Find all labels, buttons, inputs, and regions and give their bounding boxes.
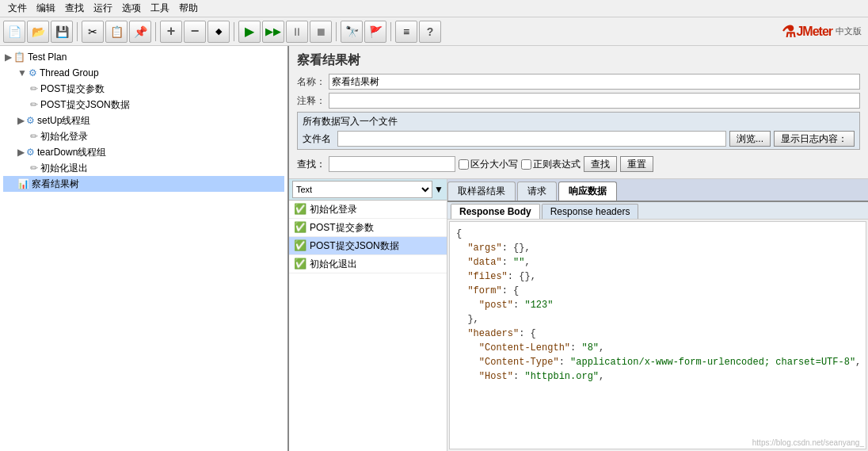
expand-icon-teardown: ▶ — [17, 145, 25, 159]
results-list: Text HTML JSON XML ▼ ✅ 初始化登录 ✅ POST提交参数 — [289, 179, 447, 451]
results-list-header: Text HTML JSON XML ▼ — [289, 179, 447, 201]
run-all-button[interactable]: ▶▶ — [262, 21, 284, 43]
tree-item-thread-group[interactable]: ▼ ⚙ Thread Group — [3, 65, 284, 81]
run-button[interactable]: ▶ — [238, 21, 261, 43]
toolbar: 📄 📂 💾 ✂ 📋 📌 + − ◆ ▶ ▶▶ ⏸ ⏹ 🔭 🚩 ≡ ? ⚗ JMe… — [0, 17, 868, 46]
logo: ⚗ JMeter 中文版 — [782, 22, 862, 41]
menu-help[interactable]: 帮助 — [174, 0, 203, 17]
add-button[interactable]: + — [160, 21, 182, 43]
log-button[interactable]: 显示日志内容： — [774, 131, 855, 147]
success-icon-init-exit: ✅ — [294, 257, 306, 271]
regex-checkbox[interactable] — [521, 159, 531, 170]
remove-button[interactable]: − — [184, 21, 206, 43]
response-body-content: { "args": {}, "data": "", "files": {}, "… — [449, 221, 866, 449]
result-item-post-params[interactable]: ✅ POST提交参数 — [289, 219, 447, 237]
success-icon-init-login: ✅ — [294, 202, 306, 216]
comment-input[interactable] — [329, 93, 860, 109]
clear-button[interactable]: ◆ — [207, 21, 230, 43]
menu-find[interactable]: 查找 — [60, 0, 89, 17]
menu-run[interactable]: 运行 — [89, 0, 117, 17]
tree-item-setup-group[interactable]: ▶ ⚙ setUp线程组 — [3, 113, 284, 128]
tree-item-init-login[interactable]: ✏ 初始化登录 — [3, 128, 284, 144]
main-tabs: 取样器结果 请求 响应数据 — [447, 179, 868, 202]
detail-panel: 取样器结果 请求 响应数据 Response Body Response hea… — [447, 179, 868, 451]
menu-file[interactable]: 文件 — [3, 0, 32, 17]
comment-row: 注释： — [297, 93, 860, 109]
file-input[interactable] — [337, 131, 726, 147]
view-type-select[interactable]: Text HTML JSON XML — [292, 181, 432, 198]
json-line-6: "post": "123" — [456, 298, 859, 312]
sub-tab-response-headers[interactable]: Response headers — [542, 204, 639, 219]
menu-options[interactable]: 选项 — [117, 0, 146, 17]
tree-label-post-json: POST提交JSON数据 — [40, 97, 130, 112]
paste-button[interactable]: 📌 — [129, 21, 151, 43]
browse-button[interactable]: 浏览... — [729, 131, 771, 147]
results-area: Text HTML JSON XML ▼ ✅ 初始化登录 ✅ POST提交参数 — [289, 179, 868, 451]
separator-3 — [234, 22, 234, 41]
sub-tabs: Response Body Response headers — [447, 202, 868, 220]
file-section: 所有数据写入一个文件 文件名 浏览... 显示日志内容： — [297, 112, 860, 150]
stop-all-button[interactable]: ⏹ — [310, 21, 332, 43]
tree-label-post-params: POST提交参数 — [40, 82, 105, 96]
panel-title: 察看结果树 — [297, 52, 860, 69]
name-input[interactable] — [329, 74, 860, 90]
search-binoculars-button[interactable]: 🔭 — [341, 21, 363, 43]
menu-edit[interactable]: 编辑 — [32, 0, 60, 17]
copy-button[interactable]: 📋 — [105, 21, 128, 43]
tree-item-post-params[interactable]: ✏ POST提交参数 — [3, 81, 284, 97]
file-section-title: 所有数据写入一个文件 — [303, 115, 855, 128]
tree-item-teardown-group[interactable]: ▶ ⚙ tearDown线程组 — [3, 144, 284, 160]
tree-icon-teardown: ⚙ — [26, 145, 35, 159]
tree-icon-init-exit: ✏ — [30, 161, 38, 175]
result-label-init-exit: 初始化退出 — [310, 257, 357, 271]
reset-button[interactable]: 重置 — [620, 156, 653, 172]
menu-bar: 文件 编辑 查找 运行 选项 工具 帮助 — [0, 0, 868, 17]
tree-icon-post-json: ✏ — [30, 97, 38, 112]
result-item-init-exit[interactable]: ✅ 初始化退出 — [289, 255, 447, 273]
tree-icon-post-params: ✏ — [30, 82, 38, 96]
tree-item-test-plan[interactable]: ▶ 📋 Test Plan — [3, 49, 284, 65]
dropdown-arrow-icon: ▼ — [434, 184, 444, 195]
help-button[interactable]: ? — [419, 21, 441, 43]
tree-icon-thread: ⚙ — [29, 66, 37, 80]
search-input[interactable] — [329, 156, 455, 172]
flag-button[interactable]: 🚩 — [364, 21, 386, 43]
success-icon-post-params: ✅ — [294, 220, 306, 235]
name-label: 名称： — [297, 75, 329, 89]
separator-4 — [336, 22, 337, 41]
json-line-9: "Content-Length": "8", — [456, 341, 859, 355]
tree-label-thread-group: Thread Group — [40, 66, 99, 80]
expand-icon-setup: ▶ — [17, 113, 25, 128]
json-line-5: "form": { — [456, 284, 859, 298]
save-button[interactable]: 💾 — [51, 21, 73, 43]
search-row: 查找： 区分大小写 正则表达式 查找 重置 — [297, 153, 860, 175]
json-line-1: { — [456, 227, 859, 241]
tree-panel: ▶ 📋 Test Plan ▼ ⚙ Thread Group ✏ POST提交参… — [0, 46, 289, 451]
json-line-7: }, — [456, 312, 859, 327]
menu-tools[interactable]: 工具 — [146, 0, 174, 17]
result-item-init-login[interactable]: ✅ 初始化登录 — [289, 201, 447, 219]
list-button[interactable]: ≡ — [395, 21, 417, 43]
result-item-post-json[interactable]: ✅ POST提交JSON数据 — [289, 237, 447, 255]
stop-button[interactable]: ⏸ — [286, 21, 308, 43]
case-sensitive-text: 区分大小写 — [470, 158, 518, 171]
tab-request[interactable]: 请求 — [517, 182, 557, 201]
open-button[interactable]: 📂 — [27, 21, 49, 43]
tree-item-init-exit[interactable]: ✏ 初始化退出 — [3, 160, 284, 176]
find-button[interactable]: 查找 — [584, 156, 617, 172]
new-button[interactable]: 📄 — [3, 21, 25, 43]
tree-icon-setup: ⚙ — [26, 113, 35, 128]
success-icon-post-json: ✅ — [294, 239, 306, 253]
sub-tab-response-body[interactable]: Response Body — [451, 204, 540, 219]
tree-icon-init-login: ✏ — [30, 129, 38, 143]
tab-response-data[interactable]: 响应数据 — [558, 182, 617, 201]
json-line-8: "headers": { — [456, 327, 859, 341]
expand-icon: ▶ — [5, 50, 12, 64]
tab-sampler-result[interactable]: 取样器结果 — [447, 182, 516, 201]
tree-item-result-tree[interactable]: 📊 察看结果树 — [3, 176, 284, 192]
separator-5 — [390, 22, 391, 41]
tree-item-post-json[interactable]: ✏ POST提交JSON数据 — [3, 97, 284, 113]
result-label-post-json: POST提交JSON数据 — [310, 239, 399, 253]
case-sensitive-checkbox[interactable] — [459, 159, 469, 170]
cut-button[interactable]: ✂ — [82, 21, 104, 43]
